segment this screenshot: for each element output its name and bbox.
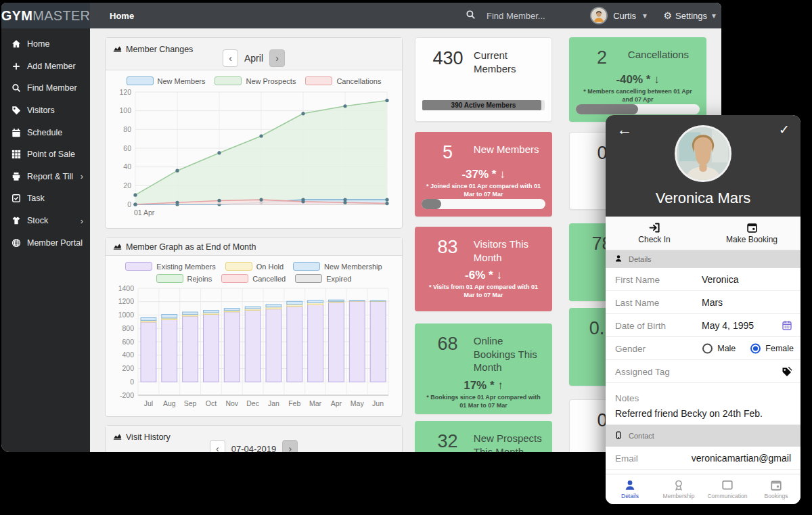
tab-details[interactable]: Details — [606, 474, 654, 504]
tab-label: Details — [621, 493, 639, 499]
month-navigation: ‹ April › — [106, 49, 402, 67]
stat-card-current-members: 430Current Members390 Active Members — [415, 37, 552, 122]
prev-day-button[interactable]: ‹ — [210, 440, 225, 452]
check-in-button[interactable]: Check In — [606, 217, 703, 250]
sidebar-item-home[interactable]: Home — [1, 33, 90, 55]
sidebar-item-add-member[interactable]: Add Member — [1, 55, 90, 78]
field-row-first-name[interactable]: First NameVeronica — [606, 268, 800, 291]
sidebar-item-find-member[interactable]: Find Member — [1, 77, 90, 99]
check-icon[interactable]: ✓ — [779, 122, 790, 137]
next-day-button[interactable]: › — [282, 440, 298, 452]
tags-solid-icon[interactable] — [782, 366, 792, 377]
back-arrow-icon[interactable]: ← — [616, 120, 632, 139]
settings-menu[interactable]: ⚙ Settings ▼ — [664, 3, 717, 28]
legend-label: Cancelled — [252, 275, 286, 283]
tab-communication[interactable]: Communication — [703, 474, 752, 504]
calendar-outline-icon[interactable] — [782, 320, 792, 331]
sidebar-item-point-of-sale[interactable]: Point of Sale — [1, 143, 90, 166]
prev-month-button[interactable]: ‹ — [223, 49, 238, 67]
field-value: Mars — [702, 297, 723, 308]
svg-text:Jan: Jan — [268, 399, 279, 407]
stat-card-top: 32New Prospects This Month — [422, 430, 545, 452]
user-menu[interactable]: Curtis ▼ — [590, 3, 648, 28]
stat-card-online-bookings-this-month: 68Online Bookings This Month17% * ↑* Boo… — [415, 323, 552, 414]
stat-footnote: * Members cancelling between 01 Apr and … — [576, 87, 700, 104]
stat-progress-fill — [576, 104, 638, 114]
radio-label: Female — [765, 344, 794, 353]
member-graph-chart: -2000200400600800100012001400JulAugSepOc… — [112, 284, 395, 413]
legend-label: Existing Members — [156, 263, 215, 271]
stat-label: Online Bookings This Month — [474, 332, 545, 374]
field-row-assigned-tag[interactable]: Assigned Tag — [606, 360, 800, 383]
svg-text:Jul: Jul — [144, 399, 153, 407]
nav-home[interactable]: Home — [102, 3, 142, 28]
sidebar-item-visitors[interactable]: Visitors — [1, 99, 90, 122]
legend-swatch — [225, 262, 252, 271]
make-booking-button[interactable]: Make Booking — [703, 217, 800, 250]
search-placeholder: Find Member... — [487, 11, 545, 21]
gear-icon: ⚙ — [664, 10, 673, 21]
stat-progress-bar: 390 Active Members — [422, 100, 545, 110]
tab-membership[interactable]: Membership — [654, 474, 703, 504]
legend-item-rejoins: Rejoins — [156, 274, 212, 283]
sidebar-item-task[interactable]: Task — [1, 187, 90, 210]
member-search[interactable]: Find Member... — [466, 3, 545, 28]
field-row-last-name[interactable]: Last NameMars — [606, 291, 800, 314]
sidebar-item-label: Member Portal — [27, 238, 83, 248]
svg-text:20: 20 — [123, 181, 131, 189]
action-label: Make Booking — [726, 235, 777, 244]
sidebar-item-member-portal[interactable]: Member Portal — [1, 231, 90, 254]
member-graph-header: Member Graph as at End of Month — [106, 238, 402, 256]
calendar-icon — [12, 128, 21, 137]
member-graph-legend: Existing MembersOn HoldNew MembershipRej… — [108, 256, 399, 283]
field-row-notes[interactable]: NotesReferred friend Becky on 24th Feb. — [606, 383, 800, 425]
svg-text:120: 120 — [119, 88, 131, 96]
svg-text:-200: -200 — [120, 391, 134, 399]
trend-up-arrow-icon: ↑ — [497, 379, 503, 392]
svg-text:1400: 1400 — [118, 284, 135, 292]
member-photo — [675, 125, 731, 182]
contact-section-header: Contact — [606, 425, 800, 447]
action-label: Check In — [638, 235, 670, 244]
field-row-gender[interactable]: GenderMaleFemale — [606, 337, 800, 360]
next-month-button[interactable]: › — [269, 49, 285, 67]
radio-male[interactable] — [702, 343, 713, 353]
svg-text:01 Apr: 01 Apr — [134, 208, 155, 217]
sidebar-item-schedule[interactable]: Schedule — [1, 121, 90, 143]
stat-value: 83 — [422, 236, 474, 264]
tags-icon — [12, 106, 21, 115]
visit-history-panel: Visit History ‹ 07-04-2019 › — [105, 425, 403, 452]
radio-female-selected[interactable] — [750, 343, 761, 353]
printer-icon — [12, 172, 21, 181]
stat-delta: -37% * ↓ — [422, 168, 545, 181]
phone-icon — [614, 431, 623, 441]
field-row-email[interactable]: Emailveronicamartian@gmail — [606, 447, 800, 470]
field-label: Email — [615, 453, 638, 463]
svg-text:400: 400 — [122, 351, 134, 359]
legend-item-new-membership: New Membership — [293, 262, 382, 271]
sidebar-item-report-till[interactable]: Report & Till› — [1, 166, 90, 188]
svg-text:100: 100 — [119, 106, 131, 114]
submenu-chevron-icon: › — [81, 172, 83, 181]
svg-text:Apr: Apr — [331, 399, 342, 407]
stat-value: 2 — [576, 46, 628, 68]
stat-progress-bar — [422, 199, 545, 209]
legend-item-expired: Expired — [295, 274, 351, 283]
radio-label: Male — [717, 344, 736, 353]
sidebar-item-label: Home — [27, 39, 49, 49]
plus-icon — [12, 62, 21, 71]
date-label: 07-04-2019 — [231, 444, 277, 453]
stat-value: 68 — [422, 332, 474, 374]
stat-label: Current Members — [474, 47, 545, 75]
tab-label: Bookings — [765, 493, 788, 499]
sidebar-item-stock[interactable]: Stock› — [1, 210, 90, 232]
sidebar-item-label: Stock — [27, 216, 48, 225]
caret-down-icon: ▼ — [641, 12, 648, 20]
tab-bookings[interactable]: Bookings — [752, 474, 800, 504]
svg-text:80: 80 — [123, 125, 131, 133]
tab-label: Membership — [663, 493, 695, 499]
svg-text:Feb: Feb — [288, 399, 300, 407]
stat-card-cancellations: 2Cancellations-40% * ↓* Members cancelli… — [569, 37, 706, 122]
svg-text:1000: 1000 — [118, 311, 135, 319]
field-row-date-of-birth[interactable]: Date of BirthMay 4, 1995 — [606, 314, 800, 337]
